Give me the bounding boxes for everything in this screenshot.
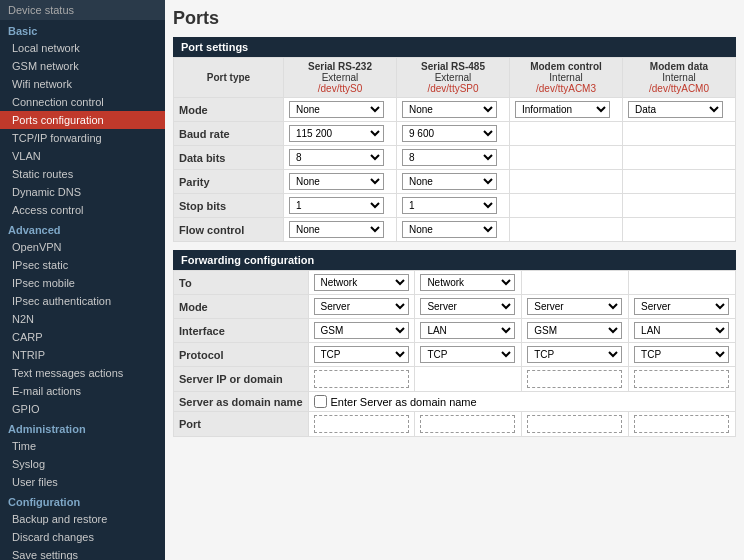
select-baud-rate-0[interactable]: 115 2009 6004 800 [289,125,384,142]
cell-3[interactable]: GSMLANWAN [629,319,736,343]
cell-1[interactable]: NoneRTS/CTS [397,218,510,242]
select-fw-mode-1[interactable]: ServerClient [420,298,515,315]
select-stop-bits-1[interactable]: 12 [402,197,497,214]
sidebar-item-backup-and-restore[interactable]: Backup and restore [0,510,165,528]
sidebar-item-ipsec-authentication[interactable]: IPsec authentication [0,292,165,310]
cell-3[interactable] [629,367,736,392]
sidebar-item-static-routes[interactable]: Static routes [0,165,165,183]
sidebar-item-vlan[interactable]: VLAN [0,147,165,165]
select-fw-to-0[interactable]: NetworkSerial [314,274,409,291]
input-fw-server-ip-or-domain-3[interactable] [634,370,729,388]
cell-1[interactable]: TCPUDP [415,343,522,367]
sidebar-item-connection-control[interactable]: Connection control [0,93,165,111]
sidebar-item-e-mail-actions[interactable]: E-mail actions [0,382,165,400]
select-fw-mode-2[interactable]: ServerClient [527,298,622,315]
select-fw-interface-1[interactable]: GSMLANWAN [420,322,515,339]
sidebar-item-wifi-network[interactable]: Wifi network [0,75,165,93]
sidebar-item-local-network[interactable]: Local network [0,39,165,57]
cell-1[interactable]: NoneRS-232RS-485 [397,98,510,122]
cell-1[interactable] [415,412,522,437]
select-flow-control-1[interactable]: NoneRTS/CTS [402,221,497,238]
select-fw-mode-0[interactable]: ServerClient [314,298,409,315]
select-baud-rate-1[interactable]: 115 2009 6004 800 [402,125,497,142]
select-parity-1[interactable]: NoneEvenOdd [402,173,497,190]
sidebar-item-device-status[interactable]: Device status [0,0,165,20]
cell-0[interactable]: GSMLANWAN [308,319,415,343]
select-fw-interface-2[interactable]: GSMLANWAN [527,322,622,339]
cell-2[interactable]: ServerClient [522,295,629,319]
cell-2[interactable]: TCPUDP [522,343,629,367]
cell-1[interactable]: 115 2009 6004 800 [397,122,510,146]
input-fw-server-ip-or-domain-0[interactable] [314,370,409,388]
select-fw-protocol-0[interactable]: TCPUDP [314,346,409,363]
input-fw-port-2[interactable] [527,415,622,433]
sidebar-item-n2n[interactable]: N2N [0,310,165,328]
cell-2[interactable] [522,367,629,392]
cell-3[interactable]: TCPUDP [629,343,736,367]
select-parity-0[interactable]: NoneEvenOdd [289,173,384,190]
sidebar-item-tcp/ip-forwarding[interactable]: TCP/IP forwarding [0,129,165,147]
select-mode-1[interactable]: NoneRS-232RS-485 [402,101,497,118]
cell-0[interactable]: NoneRS-232RS-485 [284,98,397,122]
input-fw-server-ip-or-domain-2[interactable] [527,370,622,388]
select-fw-to-1[interactable]: NetworkSerial [420,274,515,291]
cell-0[interactable]: NoneRTS/CTS [284,218,397,242]
select-data-bits-1[interactable]: 876 [402,149,497,166]
sidebar-item-ipsec-mobile[interactable]: IPsec mobile [0,274,165,292]
cell-0[interactable]: 12 [284,194,397,218]
cell-3[interactable]: InformationData [623,98,736,122]
cell-3[interactable] [629,412,736,437]
input-fw-port-0[interactable] [314,415,409,433]
select-mode-3[interactable]: InformationData [628,101,723,118]
select-fw-interface-3[interactable]: GSMLANWAN [634,322,729,339]
select-flow-control-0[interactable]: NoneRTS/CTS [289,221,384,238]
cell-0[interactable]: 876 [284,146,397,170]
cell-0[interactable]: TCPUDP [308,343,415,367]
select-mode-2[interactable]: InformationData [515,101,610,118]
cell-1[interactable]: NetworkSerial [415,271,522,295]
cell-0[interactable]: NetworkSerial [308,271,415,295]
sidebar-item-gsm-network[interactable]: GSM network [0,57,165,75]
sidebar-item-access-control[interactable]: Access control [0,201,165,219]
server-domain-name-cell[interactable]: Enter Server as domain name [308,392,735,412]
select-mode-0[interactable]: NoneRS-232RS-485 [289,101,384,118]
sidebar-item-save-settings[interactable]: Save settings [0,546,165,560]
cell-1[interactable]: 12 [397,194,510,218]
sidebar-item-syslog[interactable]: Syslog [0,455,165,473]
cell-0[interactable] [308,412,415,437]
cell-1[interactable]: 876 [397,146,510,170]
select-fw-protocol-3[interactable]: TCPUDP [634,346,729,363]
select-fw-mode-3[interactable]: ServerClient [634,298,729,315]
sidebar-item-time[interactable]: Time [0,437,165,455]
select-fw-interface-0[interactable]: GSMLANWAN [314,322,409,339]
sidebar-item-user-files[interactable]: User files [0,473,165,491]
server-domain-checkbox[interactable] [314,395,327,408]
cell-3[interactable]: ServerClient [629,295,736,319]
cell-2[interactable]: InformationData [510,98,623,122]
select-data-bits-0[interactable]: 876 [289,149,384,166]
sidebar-item-openvpn[interactable]: OpenVPN [0,238,165,256]
sidebar-item-carp[interactable]: CARP [0,328,165,346]
sidebar-item-ports-configuration[interactable]: Ports configuration [0,111,165,129]
cell-2[interactable]: GSMLANWAN [522,319,629,343]
select-stop-bits-0[interactable]: 12 [289,197,384,214]
cell-2[interactable] [522,412,629,437]
input-fw-port-1[interactable] [420,415,515,433]
cell-1[interactable]: NoneEvenOdd [397,170,510,194]
sidebar-item-dynamic-dns[interactable]: Dynamic DNS [0,183,165,201]
select-fw-protocol-2[interactable]: TCPUDP [527,346,622,363]
sidebar-item-ntrip[interactable]: NTRIP [0,346,165,364]
server-domain-label: Enter Server as domain name [331,396,477,408]
cell-0[interactable] [308,367,415,392]
cell-0[interactable]: 115 2009 6004 800 [284,122,397,146]
cell-0[interactable]: NoneEvenOdd [284,170,397,194]
select-fw-protocol-1[interactable]: TCPUDP [420,346,515,363]
cell-1[interactable]: GSMLANWAN [415,319,522,343]
input-fw-port-3[interactable] [634,415,729,433]
cell-1[interactable]: ServerClient [415,295,522,319]
cell-0[interactable]: ServerClient [308,295,415,319]
sidebar-item-ipsec-static[interactable]: IPsec static [0,256,165,274]
sidebar-item-discard-changes[interactable]: Discard changes [0,528,165,546]
sidebar-item-gpio[interactable]: GPIO [0,400,165,418]
sidebar-item-text-messages-actions[interactable]: Text messages actions [0,364,165,382]
